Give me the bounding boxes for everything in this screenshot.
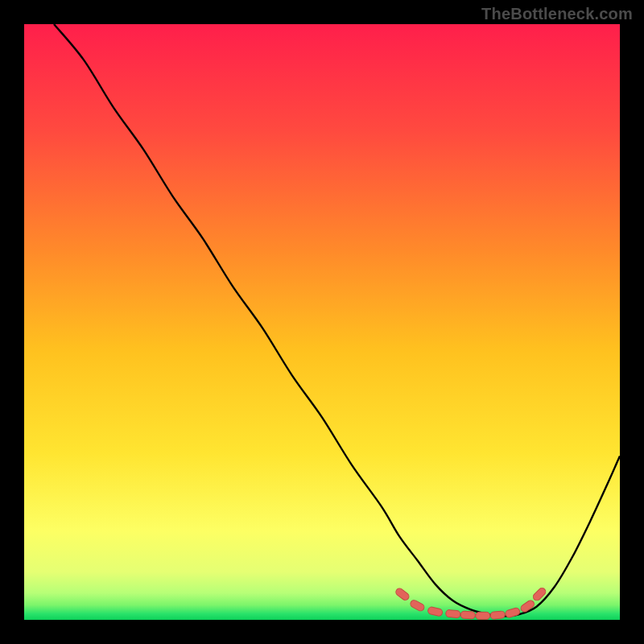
plot-area xyxy=(24,24,620,620)
valley-marker xyxy=(505,607,521,618)
valley-marker xyxy=(490,611,506,620)
watermark-text: TheBottleneck.com xyxy=(481,5,633,23)
marker-group xyxy=(394,587,547,620)
valley-marker xyxy=(445,609,460,618)
valley-marker xyxy=(476,612,490,619)
chart-stage: TheBottleneck.com xyxy=(0,0,644,644)
bottleneck-curve xyxy=(54,24,620,617)
valley-marker xyxy=(427,606,444,617)
valley-marker xyxy=(394,587,411,601)
curve-layer xyxy=(24,24,620,620)
valley-marker xyxy=(409,599,425,612)
valley-marker xyxy=(460,611,476,619)
